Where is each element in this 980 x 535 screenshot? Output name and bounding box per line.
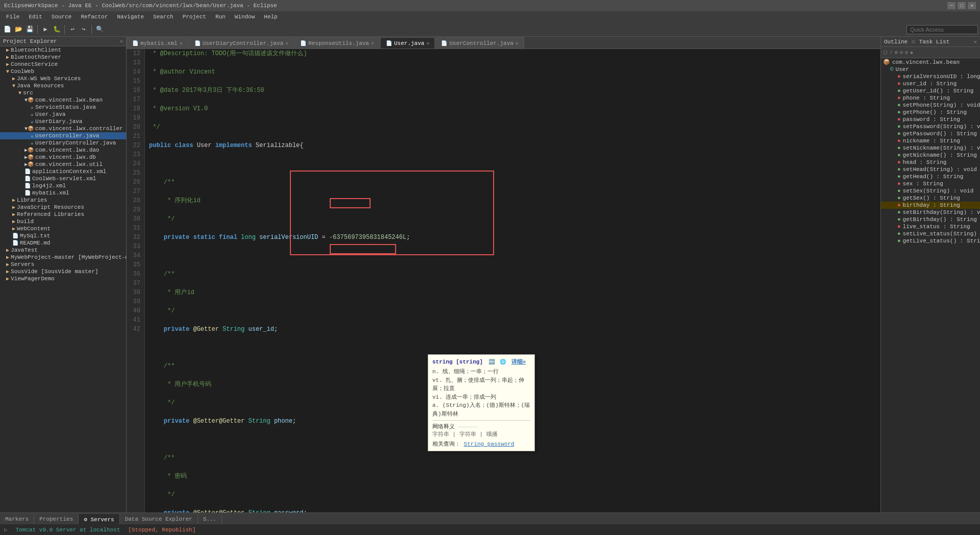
outline-item[interactable]: ●getUser_id() : String <box>881 87 980 94</box>
tree-item[interactable]: ▶📦com.vincent.lwx.db <box>0 154 126 161</box>
tooltip-detail-link[interactable]: 详细» <box>511 359 526 365</box>
outline-tb-btn2[interactable]: ↕ <box>890 50 893 55</box>
maximize-button[interactable]: □ <box>958 2 966 9</box>
tree-item[interactable]: ☕UserDiaryController.java <box>0 139 126 147</box>
close-tab-icon[interactable]: ✕ <box>180 40 183 46</box>
outline-tb-btn4[interactable]: ⊖ <box>900 50 903 56</box>
bottom-tab-extra[interactable]: S... <box>198 514 222 524</box>
bottom-tab-datasource[interactable]: Data Source Explorer <box>120 514 198 524</box>
outline-item[interactable]: ●getNickname() : String <box>881 152 980 159</box>
tree-item[interactable]: ▼📦com.vincent.lwx.bean <box>0 96 126 104</box>
outline-item[interactable]: ●setPhone(String) : void <box>881 102 980 109</box>
tree-item[interactable]: 📄log4j2.xml <box>0 182 126 189</box>
tree-item[interactable]: ▼CoolWeb <box>0 68 126 75</box>
tree-item[interactable]: ▶SousVide [SousVide master] <box>0 268 126 275</box>
outline-item[interactable]: ●getHead() : String <box>881 173 980 180</box>
tree-item[interactable]: ▶BluetoothServer <box>0 54 126 61</box>
outline-item[interactable]: ●setPassword(String) : void <box>881 123 980 130</box>
project-tree[interactable]: ▶BluetoothClient▶BluetoothServer▶Connect… <box>0 46 126 513</box>
outline-item[interactable]: ●setNickname(String) : void <box>881 144 980 152</box>
outline-item[interactable]: ●live_status : String <box>881 223 980 230</box>
outline-tb-btn3[interactable]: ⊕ <box>895 50 898 56</box>
outline-item[interactable]: ●user_id : String <box>881 80 980 87</box>
menu-file[interactable]: File <box>2 13 23 21</box>
outline-tb-btn1[interactable]: ⬡ <box>883 50 888 56</box>
menu-project[interactable]: Project <box>179 13 210 21</box>
tree-item[interactable]: ▶ViewPagerDemo <box>0 275 126 282</box>
tree-item[interactable]: ▶Libraries <box>0 197 126 204</box>
tree-item[interactable]: ▶Referenced Libraries <box>0 211 126 218</box>
outline-item[interactable]: ●getSex() : String <box>881 194 980 202</box>
outline-item[interactable]: ●sex : String <box>881 180 980 187</box>
bottom-expand-icon[interactable]: ▷ <box>4 526 8 533</box>
tb-run[interactable]: ▶ <box>40 25 51 35</box>
tree-item[interactable]: ▶MyWebProject-master [MyWebProject-maste <box>0 254 126 261</box>
close-tab-icon[interactable]: ✕ <box>285 40 288 46</box>
outline-item[interactable]: ●getBirthday() : String <box>881 216 980 223</box>
menu-window[interactable]: Window <box>231 13 259 21</box>
tb-redo[interactable]: ↪ <box>79 25 89 35</box>
tb-save[interactable]: 💾 <box>24 25 35 35</box>
tree-item[interactable]: 📄CoolWeb-servlet.xml <box>0 175 126 182</box>
outline-tree[interactable]: 📦com.vincent.lwx.bean©User●serialVersion… <box>881 58 980 513</box>
editor-tab-UserController-java[interactable]: 📄 UserController.java ✕ <box>435 37 524 48</box>
tree-item[interactable]: ▶Servers <box>0 261 126 268</box>
bottom-tab-servers[interactable]: ⚙ Servers <box>79 514 119 524</box>
tooltip-related-link[interactable]: String password <box>464 441 514 447</box>
outline-item[interactable]: ●head : String <box>881 159 980 166</box>
tree-item[interactable]: ▶ConnectService <box>0 61 126 68</box>
tree-item[interactable]: ▼Java Resources <box>0 82 126 89</box>
tree-item[interactable]: 📄mybatis.xml <box>0 189 126 197</box>
tree-item[interactable]: 📄MySql.txt <box>0 232 126 239</box>
bottom-tab-markers[interactable]: Markers <box>0 514 34 524</box>
outline-item[interactable]: ●serialVersionUID : long <box>881 73 980 80</box>
close-tab-icon[interactable]: ✕ <box>516 40 519 46</box>
outline-tb-btn6[interactable]: ◈ <box>910 50 913 56</box>
tree-item[interactable]: ▶BluetoothClient <box>0 46 126 54</box>
tree-item[interactable]: ▶JavaScript Resources <box>0 204 126 211</box>
editor-tab-UserDiaryController-java[interactable]: 📄 UserDiaryController.java ✕ <box>189 37 294 48</box>
tree-item[interactable]: ☕UserDiary.java <box>0 118 126 125</box>
server-name[interactable]: Tomcat v9.0 Server at localhost <box>16 527 120 533</box>
minimize-button[interactable]: ─ <box>947 2 955 9</box>
bottom-tab-properties[interactable]: Properties <box>34 514 79 524</box>
menu-search[interactable]: Search <box>149 13 178 21</box>
tree-item[interactable]: ▶JAX-WS Web Services <box>0 75 126 82</box>
editor-tab-mybatis-xml[interactable]: 📄 mybatis.xml ✕ <box>127 37 188 48</box>
tree-item[interactable]: 📄README.md <box>0 239 126 247</box>
tb-search[interactable]: 🔍 <box>94 25 105 35</box>
outline-item[interactable]: ●birthday : String <box>881 202 980 209</box>
tb-new[interactable]: 📄 <box>2 25 12 35</box>
tree-item[interactable]: ☕ServiceStatus.java <box>0 104 126 111</box>
outline-item[interactable]: ●getPhone() : String <box>881 109 980 116</box>
outline-tb-btn5[interactable]: ⊘ <box>905 50 908 56</box>
tree-item[interactable]: ▶📦com.vincent.lwx.util <box>0 161 126 168</box>
close-tab-icon[interactable]: ✕ <box>371 40 374 46</box>
editor-tab-ResponseUtils-java[interactable]: 📄 ResponseUtils.java ✕ <box>295 37 380 48</box>
outline-item[interactable]: ●setLive_status(String) : void <box>881 230 980 237</box>
menu-navigate[interactable]: Navigate <box>113 13 148 21</box>
outline-item[interactable]: ●setBirthday(String) : void <box>881 209 980 216</box>
menu-run[interactable]: Run <box>211 13 230 21</box>
editor-tab-User-java[interactable]: 📄 User.java ✕ <box>380 37 435 48</box>
tree-item[interactable]: ▶📦com.vincent.lwx.dao <box>0 147 126 154</box>
tree-item[interactable]: ▶build <box>0 218 126 225</box>
tree-item[interactable]: ▶WebContent <box>0 225 126 232</box>
outline-item[interactable]: ●phone : String <box>881 94 980 102</box>
menu-refactor[interactable]: Refactor <box>77 13 112 21</box>
outline-item[interactable]: ●setHead(String) : void <box>881 166 980 173</box>
menu-source[interactable]: Source <box>47 13 76 21</box>
outline-item[interactable]: ●nickname : String <box>881 137 980 144</box>
close-button[interactable]: ✕ <box>968 2 976 9</box>
outline-item[interactable]: 📦com.vincent.lwx.bean <box>881 58 980 66</box>
outline-item[interactable]: ●getPassword() : String <box>881 130 980 137</box>
menu-help[interactable]: Help <box>260 13 281 21</box>
tree-item[interactable]: ☕UserController.java <box>0 132 126 139</box>
quick-access-input[interactable] <box>906 25 978 34</box>
tree-item[interactable]: ▼src <box>0 89 126 96</box>
tb-undo[interactable]: ↩ <box>67 25 78 35</box>
tree-item[interactable]: 📄applicationContext.xml <box>0 168 126 175</box>
tree-item[interactable]: ▶JavaTest <box>0 247 126 254</box>
panel-close-icon[interactable]: ✕ <box>974 39 977 45</box>
tb-open[interactable]: 📂 <box>13 25 23 35</box>
